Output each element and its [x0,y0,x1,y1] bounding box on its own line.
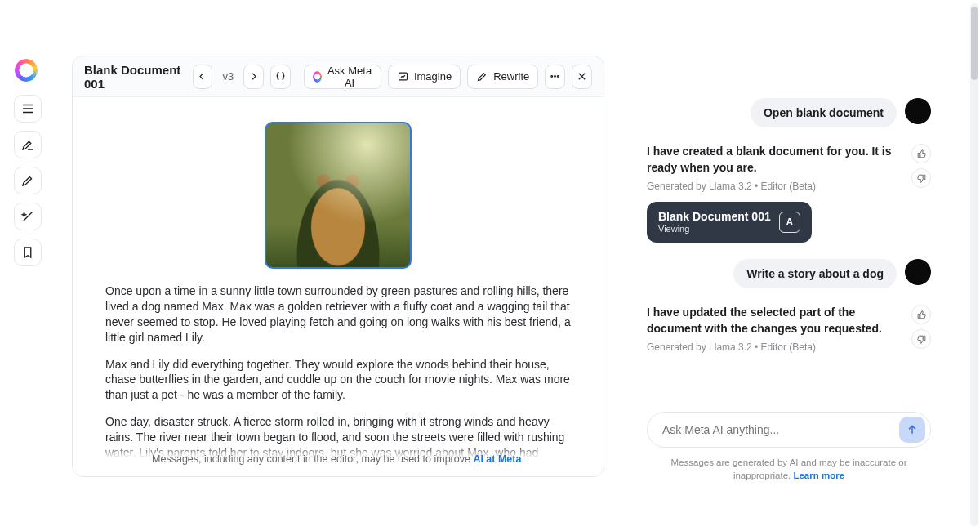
svg-point-1 [551,76,553,78]
document-panel: Blank Document 001 v3 Ask Meta AI Imagin… [72,56,604,477]
wand-button[interactable] [14,203,42,230]
left-rail [11,95,44,266]
meta-ai-ring-icon [313,71,322,83]
user-bubble: Write a story about a dog [733,259,897,288]
imagine-button[interactable]: Imagine [388,65,461,89]
document-title: Blank Document 001 [84,63,183,91]
library-button[interactable] [14,239,42,266]
thumbs-up-icon [916,149,927,159]
app-logo [15,59,38,82]
disclaimer-link[interactable]: Learn more [793,471,844,480]
pencil-line-icon [476,70,488,83]
code-button[interactable] [270,65,291,89]
ask-meta-ai-label: Ask Meta AI [327,65,372,89]
pencil-icon [20,173,35,188]
document-toolbar: Blank Document 001 v3 Ask Meta AI Imagin… [73,56,604,97]
document-chip-icon: A [779,212,800,233]
chat-message-user: Write a story about a dog [647,259,931,288]
compose-icon [20,137,35,152]
thumbs-down-icon [916,173,927,184]
thumbs-down-button[interactable] [911,329,931,349]
chat-panel: Open blank document I have created a bla… [647,98,931,482]
meta-ai-ring-icon [15,59,38,82]
menu-button[interactable] [14,95,42,123]
thumbs-up-button[interactable] [911,144,931,163]
edit-button[interactable] [14,167,42,194]
svg-rect-0 [399,73,407,80]
thumbs-up-icon [916,310,927,320]
footer-link[interactable]: AI at Meta [473,453,521,465]
avatar [905,98,931,124]
footer-text: Messages, including any content in the e… [152,453,473,465]
wand-icon [20,209,35,224]
chip-subtitle: Viewing [658,224,771,234]
history-prev-button[interactable] [193,65,213,89]
chat-input-bar [647,412,931,448]
thumbs-down-button[interactable] [911,168,931,188]
chat-input[interactable] [662,423,899,436]
svg-point-2 [555,76,556,78]
disclaimer-text: Messages are generated by AI and may be … [671,457,907,480]
hamburger-icon [20,101,35,116]
version-label: v3 [219,70,237,83]
ai-message-text: I have updated the selected part of the … [647,305,931,337]
arrow-left-icon [196,70,208,83]
ask-meta-ai-button[interactable]: Ask Meta AI [304,65,381,89]
scrollbar-thumb[interactable] [971,7,978,80]
close-button[interactable] [572,65,592,89]
history-next-button[interactable] [243,65,264,89]
paragraph[interactable]: Max and Lily did everything together. Th… [105,357,571,404]
thumbs-up-button[interactable] [911,305,931,324]
ai-message-meta: Generated by Llama 3.2 • Editor (Beta) [647,181,931,192]
avatar [905,259,931,285]
compose-button[interactable] [14,131,42,158]
document-footer: Messages, including any content in the e… [73,445,604,476]
document-body[interactable]: Once upon a time in a sunny little town … [73,97,604,476]
chat-message-user: Open blank document [647,98,931,127]
close-icon [576,70,588,83]
send-button[interactable] [899,417,925,443]
rewrite-button[interactable]: Rewrite [467,65,538,89]
chip-title: Blank Document 001 [658,210,771,224]
chat-disclaimer: Messages are generated by AI and may be … [647,456,931,482]
embedded-image[interactable] [265,122,412,269]
arrow-up-icon [906,423,919,436]
braces-icon [274,70,287,83]
user-bubble: Open blank document [751,98,897,127]
chat-message-ai: I have created a blank document for you.… [647,144,931,243]
ellipsis-icon [549,70,561,83]
svg-point-3 [558,76,559,78]
page-scrollbar[interactable] [970,3,978,526]
rewrite-label: Rewrite [493,70,529,83]
imagine-label: Imagine [414,70,452,83]
image-sparkle-icon [397,70,409,83]
document-chip[interactable]: Blank Document 001 Viewing A [647,202,812,243]
bookmark-icon [20,245,35,260]
ai-message-meta: Generated by Llama 3.2 • Editor (Beta) [647,341,931,353]
paragraph[interactable]: Once upon a time in a sunny little town … [105,283,571,346]
chat-message-ai: I have updated the selected part of the … [647,305,931,353]
ai-message-text: I have created a blank document for you.… [647,144,931,176]
arrow-right-icon [247,70,260,83]
thumbs-down-icon [916,334,927,345]
more-button[interactable] [545,65,565,89]
